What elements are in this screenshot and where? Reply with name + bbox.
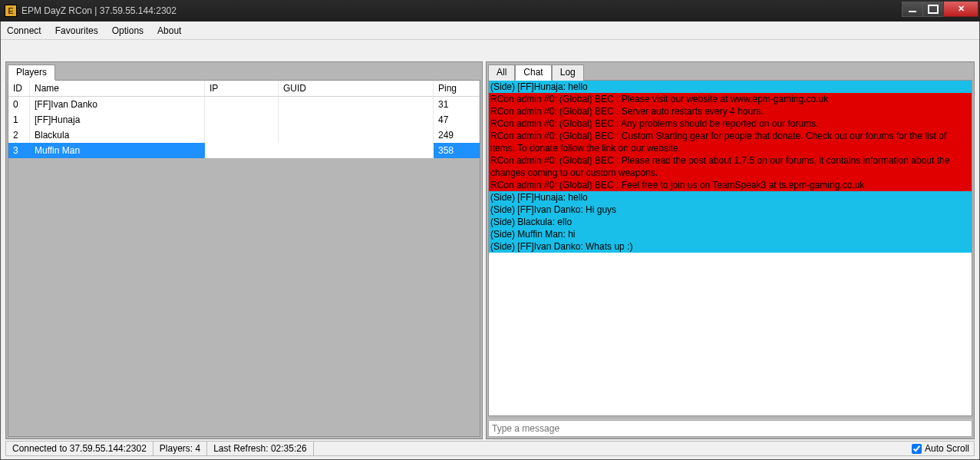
window-titlebar: E EPM DayZ RCon | 37.59.55.144:2302 — [0, 0, 980, 22]
menu-about[interactable]: About — [157, 25, 181, 36]
auto-scroll-label: Auto Scroll — [925, 443, 969, 454]
col-header-guid[interactable]: GUID — [279, 81, 434, 96]
table-row[interactable]: 2Blackula249 — [8, 127, 480, 143]
cell-ping: 31 — [434, 97, 480, 112]
chat-line: RCon admin #0: (Global) BEC : Any proble… — [489, 117, 972, 130]
chat-line: (Side) [FF]Hunaja: hello — [489, 191, 972, 204]
chat-log[interactable]: (Side) [FF]Hunaja: helloRCon admin #0: (… — [489, 81, 972, 415]
auto-scroll-checkbox[interactable] — [912, 444, 922, 454]
cell-ip — [205, 127, 279, 143]
tab-all[interactable]: All — [488, 65, 515, 81]
players-panel: Players ID Name IP GUID Ping 0[FF]Ivan D… — [5, 61, 483, 439]
tab-players[interactable]: Players — [8, 65, 55, 81]
players-grid-header: ID Name IP GUID Ping — [8, 81, 480, 97]
cell-name: [FF]Hunaja — [30, 112, 205, 127]
app-icon: E — [5, 5, 17, 17]
cell-id: 3 — [8, 143, 30, 158]
table-row[interactable]: 0[FF]Ivan Danko31 — [8, 97, 480, 112]
status-connected: Connected to 37.59.55.144:2302 — [6, 442, 153, 455]
status-players: Players: 4 — [153, 442, 207, 455]
chat-line: (Side) [FF]Ivan Danko: Whats up :) — [489, 240, 972, 253]
menu-favourites[interactable]: Favourites — [55, 25, 98, 36]
col-header-name[interactable]: Name — [30, 81, 205, 96]
menu-options[interactable]: Options — [112, 25, 144, 36]
cell-guid — [279, 97, 434, 112]
chat-line: RCon admin #0: (Global) BEC : Custom Sta… — [489, 130, 972, 154]
tab-log[interactable]: Log — [552, 65, 584, 81]
cell-name: Muffin Man — [30, 143, 205, 158]
cell-ping: 47 — [434, 112, 480, 127]
col-header-ip[interactable]: IP — [205, 81, 279, 96]
chat-panel: All Chat Log (Side) [FF]Hunaja: helloRCo… — [486, 61, 975, 439]
cell-ip — [205, 97, 279, 112]
window-title: EPM DayZ RCon | 37.59.55.144:2302 — [21, 5, 177, 16]
col-header-id[interactable]: ID — [8, 81, 30, 96]
chat-line: (Side) Blackula: ello — [489, 216, 972, 228]
table-row[interactable]: 3Muffin Man358 — [8, 143, 480, 158]
cell-ping: 358 — [434, 143, 480, 158]
cell-name: Blackula — [30, 127, 205, 143]
cell-ip — [205, 143, 279, 158]
chat-line: (Side) [FF]Hunaja: hello — [489, 81, 972, 93]
chat-line: RCon admin #0: (Global) BEC : Server aut… — [489, 105, 972, 117]
cell-id: 2 — [8, 127, 30, 143]
menu-bar: Connect Favourites Options About — [1, 22, 979, 40]
cell-guid — [279, 112, 434, 127]
cell-id: 0 — [8, 97, 30, 112]
col-header-ping[interactable]: Ping — [434, 81, 480, 96]
cell-guid — [279, 127, 434, 143]
status-refresh: Last Refresh: 02:35:26 — [207, 442, 313, 455]
chat-line: RCon admin #0: (Global) BEC : Feel free … — [489, 179, 972, 191]
chat-line: (Side) [FF]Ivan Danko: Hi guys — [489, 204, 972, 216]
status-bar: Connected to 37.59.55.144:2302 Players: … — [5, 441, 975, 456]
menu-connect[interactable]: Connect — [7, 25, 41, 36]
cell-name: [FF]Ivan Danko — [30, 97, 205, 112]
cell-id: 1 — [8, 112, 30, 127]
window-close-button[interactable] — [943, 2, 978, 17]
client-frame: Connect Favourites Options About Players… — [0, 22, 980, 460]
auto-scroll-toggle[interactable]: Auto Scroll — [907, 443, 974, 454]
table-row[interactable]: 1[FF]Hunaja47 — [8, 112, 480, 127]
window-maximize-button[interactable] — [922, 2, 944, 17]
tab-chat[interactable]: Chat — [515, 65, 551, 81]
chat-line: RCon admin #0: (Global) BEC : Please rea… — [489, 154, 972, 179]
cell-ip — [205, 112, 279, 127]
cell-ping: 249 — [434, 127, 480, 143]
chat-line: (Side) Muffin Man: hi — [489, 228, 972, 240]
players-grid-body: 0[FF]Ivan Danko311[FF]Hunaja472Blackula2… — [8, 97, 480, 158]
window-minimize-button[interactable] — [902, 2, 923, 17]
chat-input[interactable] — [488, 420, 972, 437]
chat-line: RCon admin #0: (Global) BEC : Please vis… — [489, 93, 972, 105]
cell-guid — [279, 143, 434, 158]
